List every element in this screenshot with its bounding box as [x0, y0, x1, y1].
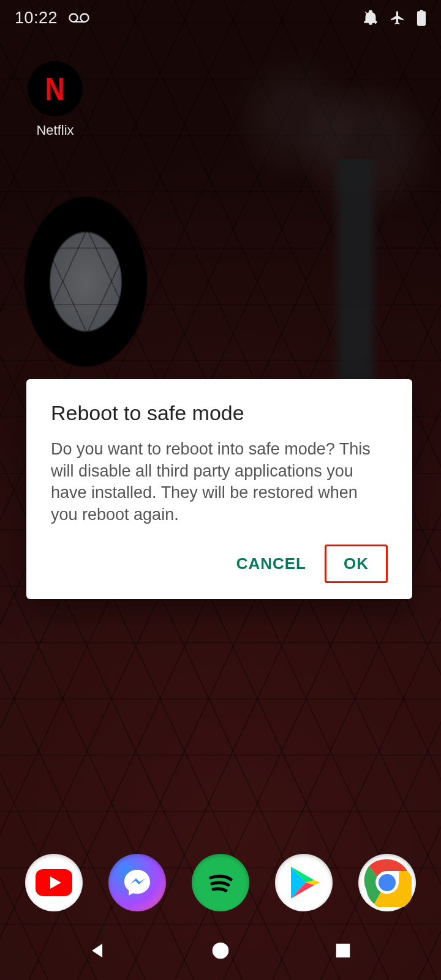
voicemail-icon: [69, 12, 89, 24]
dock-play-store[interactable]: [275, 854, 333, 911]
dock-youtube[interactable]: [25, 854, 83, 911]
battery-icon: [417, 10, 426, 26]
app-icon-netflix[interactable]: N Netflix: [18, 61, 92, 138]
home-circle-icon: [211, 941, 230, 960]
spotify-icon: [201, 863, 240, 902]
dock-spotify[interactable]: [192, 854, 249, 911]
dialog-title: Reboot to safe mode: [51, 401, 388, 425]
netflix-glyph: N: [45, 70, 65, 107]
safe-mode-dialog: Reboot to safe mode Do you want to reboo…: [26, 379, 412, 599]
recents-square-icon: [334, 941, 352, 960]
home-app-grid: N Netflix: [18, 61, 92, 138]
svg-point-6: [213, 943, 229, 959]
navigation-bar: [0, 921, 441, 980]
nav-back-button[interactable]: [61, 932, 135, 969]
nav-recents-button[interactable]: [306, 932, 380, 969]
dialog-actions: CANCEL OK: [51, 545, 388, 583]
messenger-icon: [121, 866, 154, 899]
status-time: 10:22: [15, 9, 58, 28]
app-label: Netflix: [36, 123, 74, 138]
airplane-mode-icon: [390, 10, 405, 26]
play-store-icon: [287, 864, 320, 901]
dock-chrome[interactable]: [358, 854, 416, 911]
netflix-icon: N: [28, 61, 83, 116]
chrome-icon: [363, 858, 412, 907]
dock: [0, 854, 441, 911]
youtube-icon: [36, 869, 72, 896]
dialog-body: Do you want to reboot into safe mode? Th…: [51, 439, 388, 526]
back-triangle-icon: [88, 940, 108, 961]
status-bar: 10:22: [0, 0, 441, 36]
svg-rect-7: [336, 944, 350, 958]
cancel-button[interactable]: CANCEL: [223, 545, 320, 583]
dock-messenger[interactable]: [108, 854, 166, 911]
nav-home-button[interactable]: [184, 932, 257, 969]
svg-point-1: [81, 14, 89, 22]
svg-point-0: [70, 14, 78, 22]
notifications-off-icon: [363, 10, 379, 26]
ok-button[interactable]: OK: [325, 545, 388, 583]
